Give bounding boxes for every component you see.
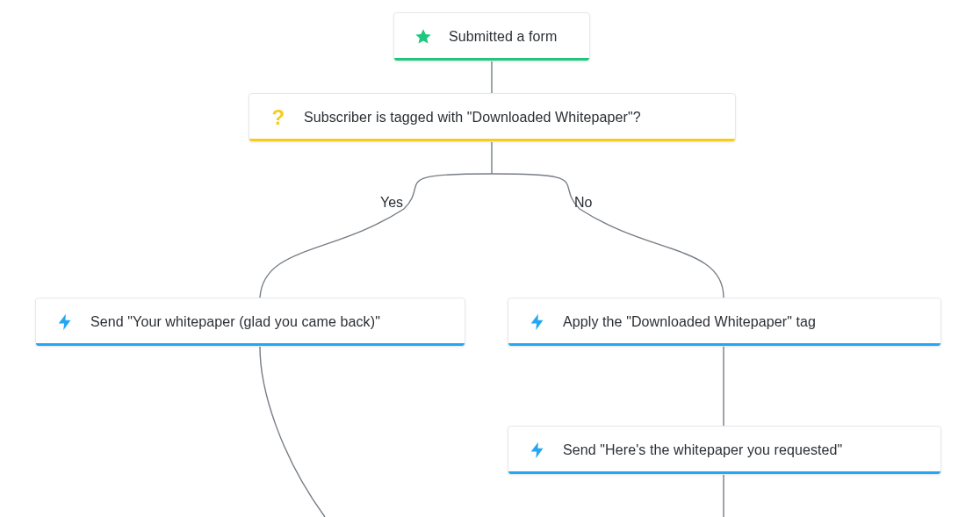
action-node-apply-tag[interactable]: Apply the "Downloaded Whitepaper" tag xyxy=(508,298,941,347)
accent-bar xyxy=(249,139,735,141)
bolt-icon xyxy=(528,312,547,332)
branch-label-yes: Yes xyxy=(380,195,403,211)
accent-bar xyxy=(508,343,940,346)
accent-bar xyxy=(36,343,465,346)
condition-label: Subscriber is tagged with "Downloaded Wh… xyxy=(304,110,641,126)
condition-node[interactable]: ? Subscriber is tagged with "Downloaded … xyxy=(249,93,736,142)
trigger-label: Submitted a form xyxy=(449,29,557,45)
trigger-node[interactable]: Submitted a form xyxy=(393,12,590,61)
bolt-icon xyxy=(528,441,547,460)
accent-bar xyxy=(508,471,940,474)
action-label: Send "Here's the whitepaper you requeste… xyxy=(563,442,842,458)
branch-label-no: No xyxy=(574,195,592,211)
bolt-icon xyxy=(55,312,75,332)
question-icon: ? xyxy=(269,108,288,127)
action-node-send-returning[interactable]: Send "Your whitepaper (glad you came bac… xyxy=(35,298,465,347)
action-label: Apply the "Downloaded Whitepaper" tag xyxy=(563,314,816,330)
accent-bar xyxy=(394,58,589,61)
star-icon xyxy=(414,27,433,47)
action-node-send-requested[interactable]: Send "Here's the whitepaper you requeste… xyxy=(508,426,941,475)
action-label: Send "Your whitepaper (glad you came bac… xyxy=(90,314,380,330)
